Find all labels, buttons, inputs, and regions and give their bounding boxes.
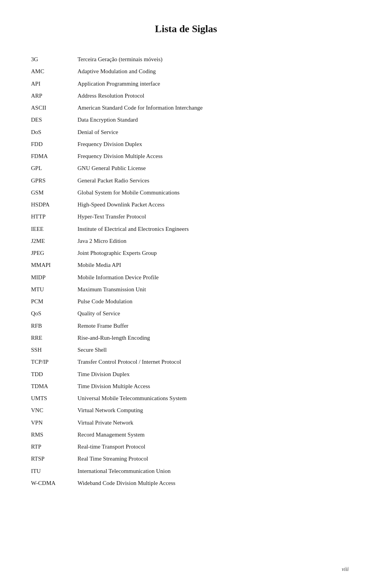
list-item: FDMAFrequency Division Multiple Access (31, 150, 341, 162)
list-item: ARPAddress Resolution Protocol (31, 90, 341, 102)
acronym-abbr: MMAPI (31, 259, 78, 271)
acronym-abbr: FDMA (31, 150, 78, 162)
acronym-definition: Address Resolution Protocol (78, 90, 341, 102)
acronym-definition: Time Division Duplex (78, 368, 341, 380)
acronym-definition: Global System for Mobile Communications (78, 187, 341, 199)
acronym-abbr: GPRS (31, 175, 78, 187)
list-item: JPEGJoint Photographic Experts Group (31, 247, 341, 259)
list-item: W-CDMAWideband Code Division Multiple Ac… (31, 477, 341, 489)
acronym-definition: Data Encryption Standard (78, 114, 341, 126)
acronym-definition: Mobile Media API (78, 259, 341, 271)
acronym-abbr: RFB (31, 320, 78, 332)
acronym-abbr: ASCII (31, 102, 78, 114)
acronym-definition: Maximum Transmission Unit (78, 284, 341, 296)
acronym-definition: Adaptive Modulation and Coding (78, 65, 341, 77)
acronym-abbr: GPL (31, 162, 78, 174)
page-number: viii (342, 566, 349, 573)
list-item: FDDFrequency Division Duplex (31, 138, 341, 150)
acronym-abbr: 3G (31, 53, 78, 65)
acronym-definition: Hyper-Text Transfer Protocol (78, 211, 341, 223)
acronym-abbr: TDMA (31, 380, 78, 392)
list-item: RTPReal-time Transport Protocol (31, 441, 341, 453)
acronym-abbr: TCP/IP (31, 356, 78, 368)
acronym-definition: Time Division Multiple Access (78, 380, 341, 392)
acronym-abbr: HTTP (31, 211, 78, 223)
acronym-definition: Remote Frame Buffer (78, 320, 341, 332)
acronym-abbr: API (31, 78, 78, 90)
acronym-definition: Joint Photographic Experts Group (78, 247, 341, 259)
list-item: TCP/IPTransfer Control Protocol / Intern… (31, 356, 341, 368)
list-item: PCMPulse Code Modulation (31, 296, 341, 308)
acronym-definition: Universal Mobile Telecommunications Syst… (78, 392, 341, 404)
list-item: GSMGlobal System for Mobile Communicatio… (31, 187, 341, 199)
list-item: VNCVirtual Network Computing (31, 404, 341, 416)
acronym-abbr: VNC (31, 404, 78, 416)
acronym-abbr: RRE (31, 332, 78, 344)
page-title: Lista de Siglas (31, 23, 341, 35)
list-item: MTUMaximum Transmission Unit (31, 284, 341, 296)
acronym-abbr: DES (31, 114, 78, 126)
acronym-abbr: JPEG (31, 247, 78, 259)
acronym-definition: General Packet Radio Services (78, 175, 341, 187)
acronym-definition: Real-time Transport Protocol (78, 441, 341, 453)
list-item: DoSDenial of Service (31, 126, 341, 138)
acronym-abbr: DoS (31, 126, 78, 138)
list-item: IEEEInstitute of Electrical and Electron… (31, 223, 341, 235)
acronym-abbr: AMC (31, 65, 78, 77)
list-item: SSHSecure Shell (31, 344, 341, 356)
acronym-definition: Denial of Service (78, 126, 341, 138)
acronym-abbr: QoS (31, 308, 78, 320)
list-item: RRERise-and-Run-length Encoding (31, 332, 341, 344)
list-item: RFBRemote Frame Buffer (31, 320, 341, 332)
acronym-definition: Institute of Electrical and Electronics … (78, 223, 341, 235)
acronym-abbr: ITU (31, 465, 78, 477)
acronym-definition: American Standard Code for Information I… (78, 102, 341, 114)
list-item: HSDPAHigh-Speed Downlink Packet Access (31, 199, 341, 211)
acronym-definition: Real Time Streaming Protocol (78, 453, 341, 465)
list-item: VPNVirtual Private Network (31, 417, 341, 429)
list-item: 3GTerceira Geração (terminais móveis) (31, 53, 341, 65)
acronym-definition: Quality of Service (78, 308, 341, 320)
acronym-definition: Application Programming interface (78, 78, 341, 90)
acronym-definition: Virtual Network Computing (78, 404, 341, 416)
list-item: MMAPIMobile Media API (31, 259, 341, 271)
list-item: HTTPHyper-Text Transfer Protocol (31, 211, 341, 223)
acronym-definition: Mobile Information Device Profile (78, 272, 341, 284)
list-item: RTSPReal Time Streaming Protocol (31, 453, 341, 465)
acronym-definition: Frequency Division Duplex (78, 138, 341, 150)
acronym-abbr: RTP (31, 441, 78, 453)
page: Lista de Siglas 3GTerceira Geração (term… (0, 0, 372, 588)
list-item: ASCIIAmerican Standard Code for Informat… (31, 102, 341, 114)
acronym-definition: GNU General Public License (78, 162, 341, 174)
acronym-abbr: SSH (31, 344, 78, 356)
list-item: GPRSGeneral Packet Radio Services (31, 175, 341, 187)
list-item: QoSQuality of Service (31, 308, 341, 320)
acronym-definition: Terceira Geração (terminais móveis) (78, 53, 341, 65)
acronym-definition: Record Management System (78, 429, 341, 441)
acronym-abbr: MIDP (31, 272, 78, 284)
acronym-abbr: IEEE (31, 223, 78, 235)
acronym-definition: Pulse Code Modulation (78, 296, 341, 308)
list-item: AMCAdaptive Modulation and Coding (31, 65, 341, 77)
list-item: J2MEJava 2 Micro Edition (31, 235, 341, 247)
list-item: APIApplication Programming interface (31, 78, 341, 90)
acronym-abbr: UMTS (31, 392, 78, 404)
acronym-abbr: FDD (31, 138, 78, 150)
list-item: TDMATime Division Multiple Access (31, 380, 341, 392)
acronym-definition: Wideband Code Division Multiple Access (78, 477, 341, 489)
acronym-definition: Java 2 Micro Edition (78, 235, 341, 247)
list-item: GPLGNU General Public License (31, 162, 341, 174)
acronym-abbr: HSDPA (31, 199, 78, 211)
list-item: ITUInternational Telecommunication Union (31, 465, 341, 477)
acronym-definition: High-Speed Downlink Packet Access (78, 199, 341, 211)
acronym-definition: Transfer Control Protocol / Internet Pro… (78, 356, 341, 368)
acronym-abbr: PCM (31, 296, 78, 308)
acronym-abbr: TDD (31, 368, 78, 380)
acronym-definition: International Telecommunication Union (78, 465, 341, 477)
acronym-abbr: RMS (31, 429, 78, 441)
acronym-definition: Frequency Division Multiple Access (78, 150, 341, 162)
acronym-abbr: RTSP (31, 453, 78, 465)
list-item: UMTSUniversal Mobile Telecommunications … (31, 392, 341, 404)
acronym-definition: Virtual Private Network (78, 417, 341, 429)
acronym-abbr: ARP (31, 90, 78, 102)
